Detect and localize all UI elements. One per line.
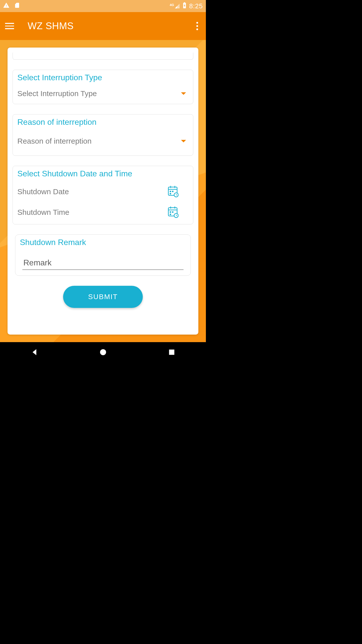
- calendar-clock-icon[interactable]: [167, 185, 178, 198]
- shutdown-remark-label: Shutdown Remark: [20, 238, 186, 247]
- reason-label: Reason of interreption: [17, 117, 189, 127]
- shutdown-remark-field: Shutdown Remark Remark: [15, 234, 191, 276]
- interruption-type-dropdown[interactable]: Select Interruption Type: [17, 88, 189, 100]
- partial-field-top: [13, 53, 193, 60]
- form-card: Select Interruption Type Select Interrup…: [8, 48, 198, 335]
- svg-rect-15: [170, 211, 171, 213]
- remark-placeholder: Remark: [23, 258, 52, 267]
- shutdown-time-row[interactable]: Shutdown Time: [17, 205, 189, 221]
- chevron-down-icon: [181, 140, 186, 142]
- status-time: 8:25: [189, 2, 203, 10]
- svg-point-18: [174, 213, 178, 218]
- remark-input[interactable]: Remark: [22, 258, 184, 270]
- svg-text:×: ×: [178, 7, 180, 9]
- reason-value: Reason of interreption: [17, 137, 92, 145]
- back-button[interactable]: [19, 345, 50, 360]
- shutdown-date-row[interactable]: Shutdown Date: [17, 184, 189, 205]
- svg-rect-16: [172, 211, 173, 213]
- shutdown-datetime-field: Select Shutdown Date and Time Shutdown D…: [13, 166, 193, 224]
- shutdown-datetime-label: Select Shutdown Date and Time: [17, 169, 189, 178]
- submit-button[interactable]: SUBMIT: [63, 286, 143, 308]
- interruption-type-field: Select Interruption Type Select Interrup…: [13, 70, 193, 104]
- more-options-icon[interactable]: [193, 21, 201, 31]
- reason-field: Reason of interreption Reason of interre…: [13, 114, 193, 156]
- interruption-type-label: Select Interruption Type: [17, 73, 189, 82]
- app-bar: WZ SHMS: [0, 12, 206, 40]
- home-button[interactable]: [88, 345, 118, 360]
- app-title: WZ SHMS: [28, 21, 74, 31]
- network-indicator: 4G ×: [170, 3, 180, 9]
- svg-point-21: [100, 349, 106, 355]
- menu-icon[interactable]: [5, 21, 15, 31]
- status-bar: 4G × 8:25: [0, 0, 206, 12]
- svg-rect-22: [169, 350, 174, 355]
- chevron-down-icon: [181, 92, 186, 95]
- interruption-type-value: Select Interruption Type: [17, 89, 97, 98]
- svg-rect-6: [172, 191, 173, 192]
- warning-icon: [3, 2, 10, 10]
- reason-dropdown[interactable]: Reason of interreption: [17, 132, 189, 152]
- recents-button[interactable]: [157, 345, 187, 360]
- svg-point-8: [174, 193, 178, 197]
- shutdown-date-placeholder: Shutdown Date: [17, 187, 69, 196]
- shutdown-time-placeholder: Shutdown Time: [17, 208, 69, 217]
- svg-rect-17: [170, 214, 171, 215]
- system-nav-bar: [0, 342, 206, 362]
- battery-charging-icon: [183, 2, 187, 10]
- calendar-clock-icon[interactable]: [167, 206, 178, 219]
- sd-card-icon: [14, 2, 20, 10]
- svg-rect-5: [170, 191, 171, 192]
- svg-rect-7: [170, 193, 171, 194]
